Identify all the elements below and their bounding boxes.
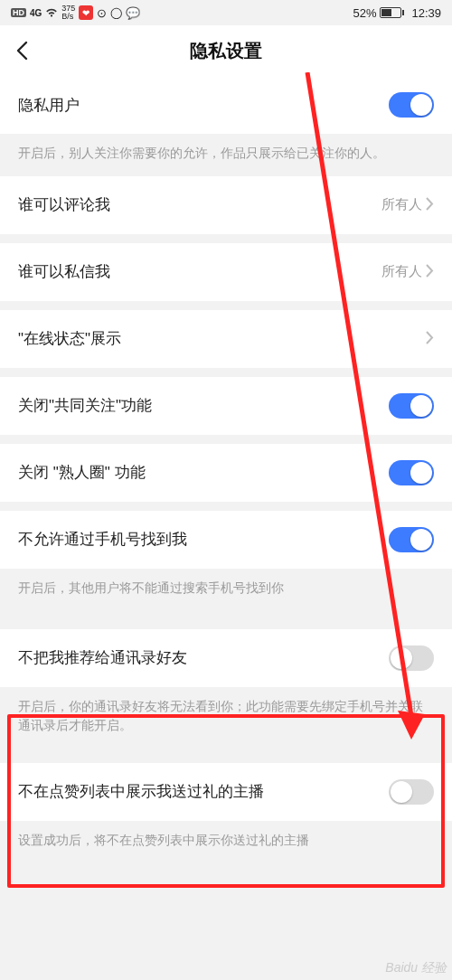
row-private-user[interactable]: 隐私用户	[0, 76, 452, 134]
watermark: Baidu 经验	[385, 960, 447, 976]
row-close-acquaintance[interactable]: 关闭 "熟人圈" 功能	[0, 444, 452, 502]
row-label: 不允许通过手机号找到我	[18, 529, 187, 550]
row-value: 所有人	[381, 196, 422, 213]
header: 隐私设置	[0, 25, 452, 76]
hint-no-gift: 设置成功后，将不在点赞列表中展示你送过礼的主播	[0, 821, 452, 863]
row-label: 关闭"共同关注"功能	[18, 395, 152, 416]
row-no-gift-list[interactable]: 不在点赞列表中展示我送过礼的主播	[0, 763, 452, 821]
row-value: 所有人	[381, 263, 422, 280]
row-label: 关闭 "熟人圈" 功能	[18, 462, 146, 483]
row-online-status[interactable]: "在线状态"展示	[0, 310, 452, 368]
chevron-right-icon	[426, 331, 434, 347]
hd-icon: HD	[11, 8, 26, 17]
row-label: 谁可以评论我	[18, 194, 110, 215]
row-comment[interactable]: 谁可以评论我 所有人	[0, 176, 452, 234]
back-button[interactable]	[11, 40, 33, 61]
chevron-right-icon	[426, 264, 434, 280]
net-speed: 375 B/s	[61, 5, 75, 21]
battery-icon	[380, 7, 404, 18]
toggle-no-recommend-contacts[interactable]	[389, 645, 434, 671]
battery-pct: 52%	[353, 6, 376, 20]
status-left: HD 4G 375 B/s ❤ ⊙ ◯ 💬	[11, 5, 140, 21]
toggle-private-user[interactable]	[389, 92, 434, 118]
row-no-recommend-contacts[interactable]: 不把我推荐给通讯录好友	[0, 629, 452, 687]
status-right: 52% 12:39	[353, 6, 441, 20]
wifi-icon	[45, 6, 58, 20]
row-close-mutual[interactable]: 关闭"共同关注"功能	[0, 377, 452, 435]
status-bar: HD 4G 375 B/s ❤ ⊙ ◯ 💬 52% 12:39	[0, 0, 452, 25]
row-label: 不把我推荐给通讯录好友	[18, 647, 187, 668]
toggle-phone-find[interactable]	[389, 527, 434, 552]
hint-no-recommend: 开启后，你的通讯录好友将无法看到你；此功能需要先绑定手机号并关联通讯录后才能开启…	[0, 687, 452, 749]
hint-phone-find: 开启后，其他用户将不能通过搜索手机号找到你	[0, 569, 452, 611]
notif-icon: ⊙	[97, 6, 107, 20]
chevron-right-icon	[426, 197, 434, 213]
network-icon: 4G	[30, 8, 42, 18]
toggle-close-acquaintance[interactable]	[389, 460, 434, 485]
row-phone-find[interactable]: 不允许通过手机号找到我	[0, 511, 452, 569]
row-dm[interactable]: 谁可以私信我 所有人	[0, 243, 452, 301]
chat-icon: 💬	[126, 6, 140, 20]
row-label: 隐私用户	[18, 95, 80, 116]
toggle-no-gift-list[interactable]	[389, 779, 434, 805]
app-icon: ❤	[79, 5, 93, 20]
clock: 12:39	[411, 6, 441, 20]
page-title: 隐私设置	[190, 39, 262, 63]
row-label: 不在点赞列表中展示我送过礼的主播	[18, 781, 264, 802]
gear-outline-icon: ◯	[110, 6, 122, 19]
row-label: "在线状态"展示	[18, 328, 121, 349]
row-label: 谁可以私信我	[18, 261, 110, 282]
hint-private-user: 开启后，别人关注你需要你的允许，作品只展示给已关注你的人。	[0, 134, 452, 176]
toggle-close-mutual[interactable]	[389, 393, 434, 419]
